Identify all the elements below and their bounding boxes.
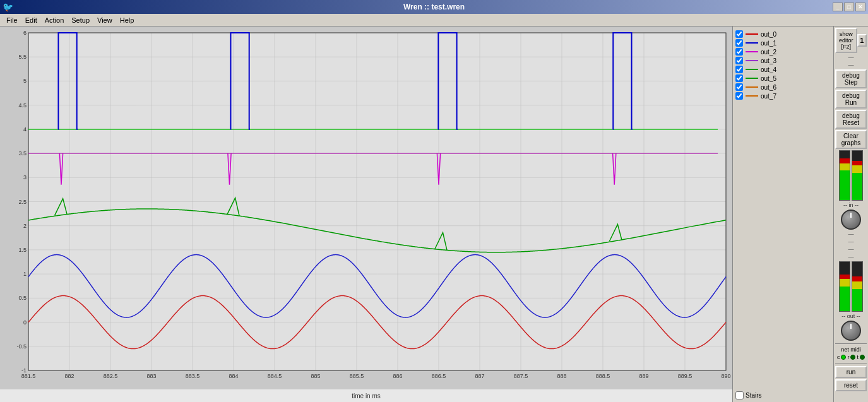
midi-t-led [860, 355, 865, 360]
legend-line-2 [746, 51, 758, 52]
menu-help[interactable]: Help [116, 16, 138, 25]
stairs-label: Stairs [746, 392, 762, 399]
menu-view[interactable]: View [93, 16, 116, 25]
separator-2 [835, 363, 867, 364]
minimize-button[interactable]: _ [833, 3, 843, 11]
legend-line-7 [746, 95, 758, 97]
graph-canvas [0, 27, 732, 389]
legend-area: out_0 out_1 out_2 out_3 out_4 [734, 28, 832, 389]
out-knob-marker [850, 324, 852, 329]
out-label: -- out -- [841, 313, 860, 319]
in-knob[interactable] [841, 210, 861, 230]
clear-graphs-button[interactable]: Clear graphs [835, 130, 867, 149]
dash3: — [848, 231, 854, 237]
legend-item-6: out_6 [735, 83, 831, 91]
separator-1 [835, 343, 867, 344]
legend-label-4: out_4 [761, 66, 776, 73]
legend-line-4 [746, 69, 758, 70]
midi-t-label: t [857, 354, 859, 360]
dash1: — [848, 54, 854, 61]
menu-bar: File Edit Action Setup View Help [0, 14, 868, 27]
legend-item-2: out_2 [735, 48, 831, 56]
legend-item-4: out_4 [735, 66, 831, 73]
legend-check-3[interactable] [735, 57, 743, 64]
dash2: — [848, 62, 854, 68]
vu-out-right [852, 261, 863, 312]
maximize-button[interactable]: □ [844, 3, 854, 11]
legend-label-6: out_6 [761, 84, 776, 91]
legend-check-1[interactable] [735, 39, 743, 47]
legend-item-1: out_1 [735, 39, 831, 47]
legend-item-3: out_3 [735, 57, 831, 64]
vu-in [839, 150, 863, 201]
vu-in-right [852, 150, 863, 201]
legend-check-5[interactable] [735, 74, 743, 82]
legend-label-7: out_7 [761, 93, 776, 100]
run-button[interactable]: run [835, 366, 867, 378]
debug-reset-button[interactable]: debug Reset [835, 110, 867, 129]
far-right-panel: show editor [F2] 1 — — debug Step debug … [833, 27, 868, 402]
debug-run-button[interactable]: debug Run [835, 90, 867, 109]
legend-line-1 [746, 42, 758, 44]
vu-out-left [839, 261, 850, 312]
legend-check-0[interactable] [735, 30, 743, 38]
legend-line-3 [746, 60, 758, 61]
window-title: Wren :: test.wren [403, 3, 465, 11]
window-controls: _ □ ✕ [833, 3, 865, 11]
dash5: — [848, 246, 854, 252]
legend-line-5 [746, 78, 758, 79]
legend-item-7: out_7 [735, 92, 831, 100]
graph-container: time in ms [0, 27, 732, 402]
menu-setup[interactable]: Setup [68, 16, 93, 25]
show-editor-button[interactable]: show editor [F2] [835, 28, 857, 53]
legend-label-3: out_3 [761, 57, 776, 64]
close-button[interactable]: ✕ [855, 3, 865, 11]
dash4: — [848, 239, 854, 245]
editor-number-badge: 1 [857, 34, 867, 47]
right-panel: out_0 out_1 out_2 out_3 out_4 [732, 27, 833, 402]
in-knob-marker [850, 213, 852, 218]
menu-file[interactable]: File [3, 16, 21, 25]
legend-label-0: out_0 [761, 31, 776, 38]
menu-action[interactable]: Action [41, 16, 68, 25]
app-icon: 🐦 [3, 2, 13, 12]
legend-item-0: out_0 [735, 30, 831, 38]
legend-label-2: out_2 [761, 49, 776, 56]
midi-c-label: c [837, 354, 840, 360]
midi-c-led [841, 355, 846, 360]
out-knob[interactable] [841, 321, 861, 341]
legend-label-5: out_5 [761, 75, 776, 82]
legend-label-1: out_1 [761, 40, 776, 47]
vu-out [839, 261, 863, 312]
legend-check-7[interactable] [735, 92, 743, 100]
reset-button[interactable]: reset [835, 379, 867, 391]
xaxis-label: time in ms [0, 393, 732, 399]
dash6: — [848, 254, 854, 260]
midi-r-led [850, 355, 855, 360]
legend-line-6 [746, 86, 758, 88]
title-bar: 🐦 Wren :: test.wren _ □ ✕ [0, 0, 868, 14]
midi-indicators: c r t [837, 354, 865, 360]
net-midi-label: net midi [841, 346, 861, 353]
legend-item-5: out_5 [735, 74, 831, 82]
menu-edit[interactable]: Edit [21, 16, 41, 25]
vu-in-left [839, 150, 850, 201]
legend-line-0 [746, 33, 758, 35]
midi-r-label: r [847, 354, 849, 360]
stairs-checkbox[interactable] [735, 391, 744, 399]
legend-check-6[interactable] [735, 83, 743, 91]
legend-check-4[interactable] [735, 66, 743, 73]
stairs-row: Stairs [734, 390, 832, 401]
legend-check-2[interactable] [735, 48, 743, 56]
debug-step-button[interactable]: debug Step [835, 69, 867, 88]
main-area: time in ms out_0 out_1 out_2 out [0, 27, 868, 402]
in-label: -- in -- [843, 202, 859, 208]
